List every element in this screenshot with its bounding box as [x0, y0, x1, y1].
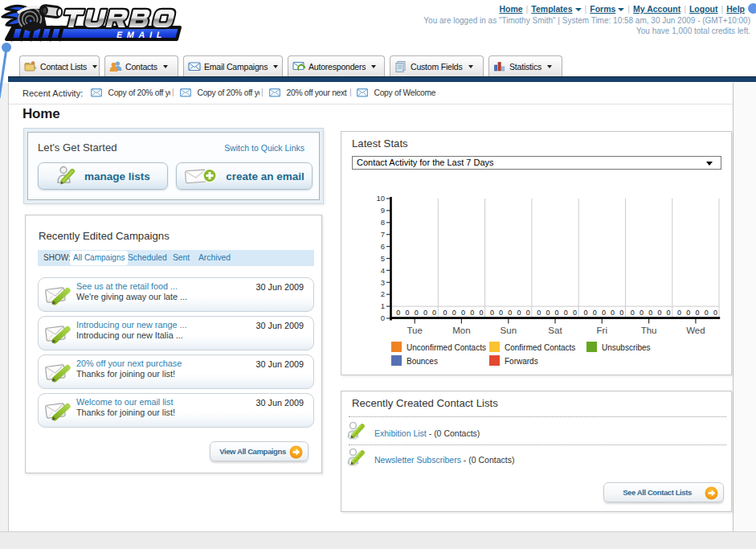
svg-text:1: 1 [381, 301, 385, 310]
svg-text:0: 0 [499, 309, 503, 317]
svg-text:3: 3 [381, 278, 385, 287]
svg-text:Wed: Wed [686, 326, 705, 335]
svg-text:0: 0 [611, 309, 615, 317]
svg-text:0: 0 [686, 309, 690, 317]
svg-text:Bounces: Bounces [407, 357, 438, 366]
svg-text:0: 0 [490, 309, 494, 317]
svg-text:Tue: Tue [407, 326, 423, 335]
svg-text:Sun: Sun [501, 326, 517, 335]
svg-text:0: 0 [583, 309, 587, 317]
svg-text:Confirmed Contacts: Confirmed Contacts [505, 343, 575, 352]
svg-text:Thu: Thu [641, 326, 657, 335]
svg-text:0: 0 [713, 309, 717, 317]
svg-text:Forwards: Forwards [505, 357, 538, 366]
svg-text:0: 0 [479, 309, 483, 317]
svg-text:0: 0 [508, 309, 512, 317]
svg-text:0: 0 [443, 309, 447, 317]
svg-text:0: 0 [667, 309, 671, 317]
svg-text:4: 4 [381, 266, 385, 275]
svg-text:0: 0 [593, 309, 597, 317]
svg-text:10: 10 [376, 194, 385, 203]
svg-text:0: 0 [537, 309, 541, 317]
svg-text:Unsubscribes: Unsubscribes [602, 343, 651, 352]
svg-text:0: 0 [555, 309, 559, 317]
svg-text:7: 7 [381, 230, 385, 239]
svg-text:0: 0 [648, 309, 652, 317]
svg-text:0: 0 [573, 309, 577, 317]
svg-text:0: 0 [705, 309, 709, 317]
svg-text:0: 0 [470, 309, 474, 317]
svg-text:0: 0 [517, 309, 521, 317]
svg-text:5: 5 [381, 254, 385, 263]
svg-text:0: 0 [381, 313, 385, 322]
svg-text:2: 2 [381, 289, 385, 298]
svg-text:Unconfirmed Contacts: Unconfirmed Contacts [407, 343, 486, 352]
svg-text:8: 8 [381, 218, 385, 227]
svg-text:0: 0 [423, 309, 427, 317]
svg-text:0: 0 [415, 309, 419, 317]
svg-text:0: 0 [619, 309, 623, 317]
svg-text:6: 6 [381, 242, 385, 251]
svg-text:9: 9 [381, 206, 385, 215]
svg-text:0: 0 [631, 309, 635, 317]
svg-text:0: 0 [432, 309, 436, 317]
svg-text:Sat: Sat [548, 326, 562, 335]
svg-text:0: 0 [396, 309, 400, 317]
svg-text:0: 0 [564, 309, 568, 317]
svg-text:0: 0 [677, 309, 681, 317]
svg-text:0: 0 [657, 309, 661, 317]
svg-text:0: 0 [695, 309, 699, 317]
svg-text:0: 0 [405, 309, 409, 317]
svg-text:Fri: Fri [597, 326, 607, 335]
svg-text:0: 0 [461, 309, 465, 317]
svg-text:0: 0 [640, 309, 644, 317]
svg-text:EMAIL: EMAIL [116, 30, 168, 39]
svg-text:Mon: Mon [452, 326, 470, 335]
svg-text:0: 0 [546, 309, 550, 317]
svg-text:0: 0 [452, 309, 456, 317]
svg-text:0: 0 [526, 309, 530, 317]
svg-text:0: 0 [602, 309, 606, 317]
